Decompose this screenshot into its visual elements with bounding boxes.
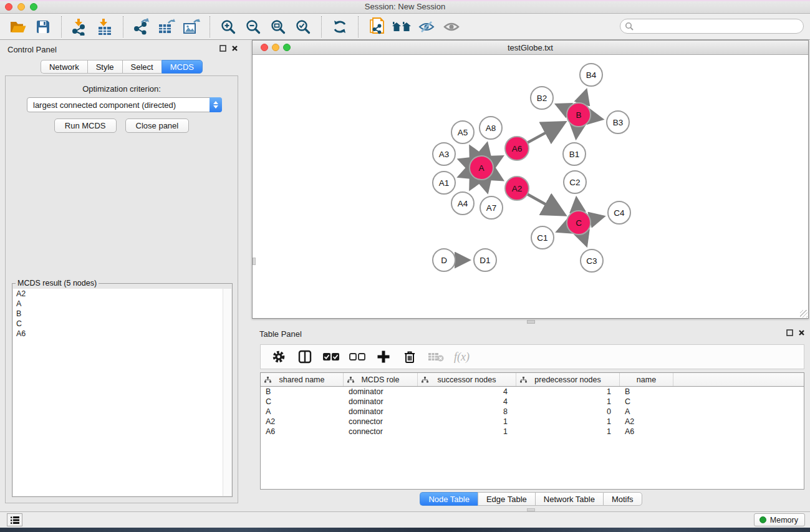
tab-mcds[interactable]: MCDS [162, 60, 203, 74]
left-resize-handle[interactable] [253, 258, 256, 265]
cell-predecessor-nodes[interactable]: 0 [516, 407, 620, 416]
hide-panels-icon[interactable] [414, 17, 439, 37]
edge-A2-C[interactable] [528, 194, 564, 215]
cell-name[interactable]: B [620, 387, 673, 396]
search-field[interactable] [620, 19, 804, 34]
zoom-selected-icon[interactable] [291, 17, 316, 37]
result-list-item[interactable]: A2 [13, 289, 231, 299]
mcds-result-list[interactable]: A2ABCA6 [13, 289, 231, 496]
edge-B-B1[interactable] [576, 127, 577, 138]
save-session-icon[interactable] [31, 17, 55, 37]
tab-edge-table[interactable]: Edge Table [478, 492, 535, 506]
cell-MCDS-role[interactable]: dominator [344, 397, 418, 406]
network-window-titlebar[interactable]: testGlobe.txt [253, 41, 808, 55]
edge-C-C2[interactable] [576, 198, 577, 211]
graph-node-C3[interactable]: C3 [580, 249, 604, 273]
run-mcds-button[interactable]: Run MCDS [54, 118, 117, 133]
float-table-panel-icon[interactable] [786, 329, 793, 336]
graph-node-A4[interactable]: A4 [451, 191, 475, 215]
cell-shared-name[interactable]: A2 [261, 417, 344, 426]
cell-shared-name[interactable]: C [261, 397, 344, 406]
cell-predecessor-nodes[interactable]: 1 [516, 387, 620, 396]
cell-MCDS-role[interactable]: connector [344, 417, 418, 426]
column-header-shared-name[interactable]: shared name [261, 373, 344, 386]
cell-successor-nodes[interactable]: 1 [418, 417, 516, 426]
search-input[interactable] [636, 20, 803, 32]
cell-MCDS-role[interactable]: dominator [344, 387, 418, 396]
graph-node-C4[interactable]: C4 [607, 201, 631, 225]
edge-B-B3[interactable] [591, 117, 602, 120]
export-network-icon[interactable] [129, 17, 154, 37]
graph-node-C1[interactable]: C1 [531, 226, 554, 249]
network-canvas[interactable]: B4B2BB3A8A5A6A3B1AA1C2A2A4A7C4CC1DD1C3 [253, 55, 808, 318]
show-log-button[interactable] [7, 513, 22, 526]
edge-A-A4[interactable] [470, 178, 476, 189]
table-row[interactable]: A6connector11A6 [261, 427, 804, 437]
cell-MCDS-role[interactable]: connector [344, 427, 418, 436]
graph-node-A2[interactable]: A2 [504, 176, 529, 201]
table-row[interactable]: Adominator80A [261, 407, 804, 417]
tab-network-table[interactable]: Network Table [535, 492, 603, 506]
select-all-icon[interactable] [323, 349, 339, 365]
close-table-panel-icon[interactable] [798, 329, 805, 336]
edge-A-A6[interactable] [492, 157, 503, 162]
graph-node-C[interactable]: C [566, 210, 591, 235]
columns-icon[interactable] [297, 349, 313, 365]
edge-B-B4[interactable] [582, 90, 587, 104]
tab-motifs[interactable]: Motifs [603, 492, 642, 506]
cell-predecessor-nodes[interactable]: 1 [516, 427, 620, 436]
graph-node-A3[interactable]: A3 [432, 142, 456, 166]
graph-node-B[interactable]: B [566, 102, 591, 127]
result-list-item[interactable]: A [13, 299, 231, 309]
edge-A6-B[interactable] [528, 123, 564, 143]
refresh-icon[interactable] [327, 17, 352, 37]
edge-A-A1[interactable] [459, 172, 470, 177]
table-row[interactable]: Cdominator41C [261, 397, 804, 407]
zoom-fit-icon[interactable] [266, 17, 291, 37]
graph-node-A[interactable]: A [469, 155, 494, 180]
new-session-icon[interactable] [364, 17, 389, 37]
cell-MCDS-role[interactable]: dominator [344, 407, 418, 416]
cell-predecessor-nodes[interactable]: 1 [516, 417, 620, 426]
criterion-select[interactable]: largest connected component (directed) [27, 97, 222, 112]
edge-A-A3[interactable] [459, 160, 470, 164]
deselect-all-icon[interactable] [349, 349, 365, 365]
tab-select[interactable]: Select [122, 60, 162, 74]
cell-name[interactable]: A2 [620, 417, 673, 426]
import-network-icon[interactable] [67, 17, 92, 37]
graph-node-A1[interactable]: A1 [432, 171, 456, 195]
cell-successor-nodes[interactable]: 1 [418, 427, 516, 436]
delete-table-icon[interactable] [428, 349, 444, 365]
cell-shared-name[interactable]: A6 [261, 427, 344, 436]
result-list-item[interactable]: C [13, 319, 231, 329]
edge-C-C1[interactable] [557, 227, 567, 231]
edge-A-A8[interactable] [484, 143, 487, 156]
add-column-icon[interactable] [375, 349, 392, 365]
cell-successor-nodes[interactable]: 4 [418, 397, 516, 406]
zoom-in-icon[interactable] [216, 17, 241, 37]
graph-node-B3[interactable]: B3 [606, 110, 630, 134]
close-panel-button[interactable]: Close panel [125, 118, 190, 133]
export-image-icon[interactable] [179, 17, 204, 37]
cell-name[interactable]: C [620, 397, 673, 406]
open-file-icon[interactable] [6, 17, 31, 37]
open-session-icon[interactable] [389, 17, 414, 37]
cell-successor-nodes[interactable]: 4 [418, 387, 516, 396]
cell-shared-name[interactable]: B [261, 387, 344, 396]
cell-successor-nodes[interactable]: 8 [418, 407, 516, 416]
graph-node-B2[interactable]: B2 [530, 86, 554, 110]
edge-C-C3[interactable] [582, 234, 586, 245]
tab-network[interactable]: Network [41, 60, 87, 74]
graph-node-C2[interactable]: C2 [563, 170, 587, 194]
float-panel-icon[interactable] [219, 45, 226, 52]
tab-style[interactable]: Style [87, 60, 122, 74]
import-table-icon[interactable] [92, 17, 117, 37]
edge-A-A5[interactable] [470, 147, 476, 157]
close-panel-icon[interactable] [231, 45, 238, 52]
graph-node-B4[interactable]: B4 [579, 63, 603, 87]
graph-node-B1[interactable]: B1 [562, 142, 586, 166]
table-row[interactable]: A2connector11A2 [261, 417, 804, 427]
cell-shared-name[interactable]: A [261, 407, 344, 416]
edge-A-A7[interactable] [485, 179, 488, 191]
zoom-out-icon[interactable] [241, 17, 266, 37]
